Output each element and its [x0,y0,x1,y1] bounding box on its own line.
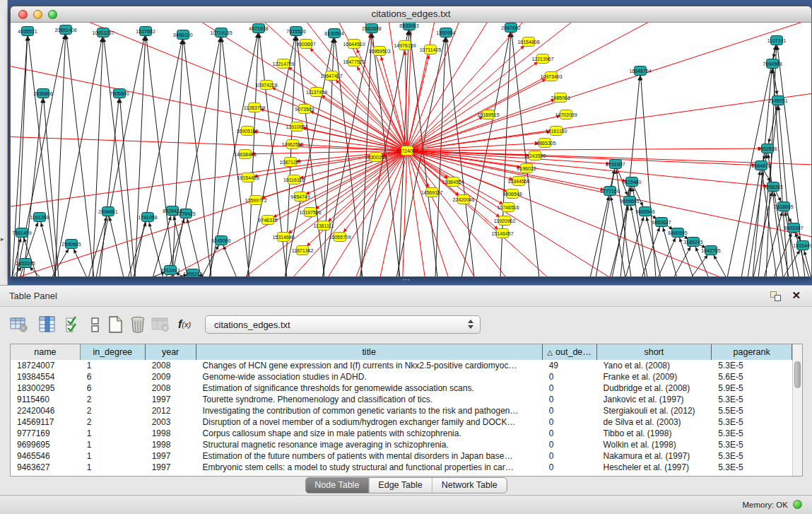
table-cell[interactable]: 0 [543,382,597,394]
table-cell[interactable]: 1998 [146,428,196,439]
delete-table-button-disabled[interactable] [150,314,171,335]
table-cell[interactable]: Corpus callosum shape and size in male p… [196,428,543,439]
table-row[interactable]: 977716911998Corpus callosum shape and si… [11,428,792,439]
table-cell[interactable]: 5.3E-5 [712,428,792,439]
table-cell[interactable]: Structural magnetic resonance image aver… [196,439,543,450]
table-cell[interactable]: 5.3E-5 [712,462,792,473]
table-row[interactable]: 2242004622012Investigating the contribut… [11,405,792,416]
table-cell[interactable]: 6 [81,382,146,394]
table-cell[interactable]: Genome-wide association studies in ADHD. [196,371,543,382]
table-cell[interactable]: 0 [543,394,597,405]
table-cell[interactable]: 19384554 [11,371,81,382]
apply-function-icon[interactable]: f(x) [174,314,195,335]
new-column-button[interactable] [105,314,126,335]
table-cell[interactable]: 1997 [146,450,196,462]
table-cell[interactable]: 49 [543,360,597,371]
table-cell[interactable]: Investigating the contribution of common… [196,405,543,416]
table-cell[interactable]: 5.6E-5 [712,371,792,382]
table-cell[interactable]: 2009 [146,371,196,382]
table-cell[interactable]: 5.3E-5 [712,450,792,462]
table-cell[interactable]: 2 [81,394,146,405]
table-cell[interactable]: 2008 [146,360,196,371]
table-cell[interactable]: 18300295 [11,382,81,394]
table-cell[interactable]: 5.3E-5 [712,439,792,450]
table-cell[interactable]: 1 [81,428,146,439]
table-row[interactable]: 1830029562008Estimation of significance … [11,382,792,394]
table-row[interactable]: 1938455462009Genome-wide association stu… [11,371,792,382]
table-cell[interactable]: 2 [81,416,146,428]
close-panel-icon[interactable]: ✕ [792,289,801,302]
table-cell[interactable]: 18724007 [11,360,81,371]
network-canvas[interactable]: 1872400716477520106474271113745990735091… [11,23,812,277]
table-cell[interactable]: 9699695 [11,439,81,450]
column-header-title[interactable]: title [196,344,543,360]
table-row[interactable]: 1872400712008Changes of HCN gene express… [11,360,792,371]
table-cell[interactable]: 1 [81,439,146,450]
deselect-all-button[interactable] [85,314,106,335]
column-header-name[interactable]: name [11,344,81,360]
table-vertical-scrollbar[interactable] [792,344,802,476]
delete-column-button[interactable] [127,314,148,335]
table-cell[interactable]: 9463627 [11,462,81,473]
table-cell[interactable]: Dudbridge et al. (2008) [597,382,712,394]
table-cell[interactable]: 5.5E-5 [712,405,792,416]
tab-edge-table[interactable]: Edge Table [368,478,431,493]
table-cell[interactable]: Estimation of significance thresholds fo… [196,382,543,394]
table-cell[interactable]: Yano et al. (2008) [597,360,712,371]
panel-resize-grip[interactable]: ⋯ [400,276,413,284]
table-cell[interactable]: Jankovic et al. (1997) [597,394,712,405]
column-header-year[interactable]: year [146,344,196,360]
table-cell[interactable]: Tibbo et al. (1998) [597,428,712,439]
table-cell[interactable]: 5.3E-5 [712,416,792,428]
column-header-outde[interactable]: △out_de… [543,344,597,360]
show-columns-button[interactable] [37,314,58,335]
table-cell[interactable]: 1998 [146,439,196,450]
tab-network-table[interactable]: Network Table [432,478,507,493]
float-panel-icon[interactable] [770,291,781,301]
table-cell[interactable]: Embryonic stem cells: a model to study s… [196,462,543,473]
table-cell[interactable]: Disruption of a novel member of a sodium… [196,416,543,428]
table-cell[interactable]: 0 [543,450,597,462]
table-cell[interactable]: 2008 [146,382,196,394]
table-cell[interactable]: 9115460 [11,394,81,405]
table-cell[interactable]: Changes of HCN gene expression and I(f) … [196,360,543,371]
table-cell[interactable]: 9777169 [11,428,81,439]
table-cell[interactable]: 0 [543,405,597,416]
table-cell[interactable]: 0 [543,416,597,428]
table-cell[interactable]: 14569117 [11,416,81,428]
table-row[interactable]: 1456911722003Disruption of a novel membe… [11,416,792,428]
table-cell[interactable]: 0 [543,462,597,473]
table-cell[interactable]: de Silva et al. (2003) [597,416,712,428]
table-cell[interactable]: 1 [81,450,146,462]
column-header-short[interactable]: short [597,344,712,360]
scrollbar-thumb[interactable] [794,361,801,388]
table-cell[interactable]: Estimation of the future numbers of pati… [196,450,543,462]
table-cell[interactable]: 1 [81,462,146,473]
table-cell[interactable]: Wolkin et al. (1998) [597,439,712,450]
table-cell[interactable]: 2003 [146,416,196,428]
table-cell[interactable]: 1997 [146,462,196,473]
select-all-button[interactable] [62,314,83,335]
column-header-pagerank[interactable]: pagerank [712,344,792,360]
table-cell[interactable]: 0 [543,428,597,439]
table-cell[interactable]: 5.9E-5 [712,382,792,394]
table-cell[interactable]: 0 [543,371,597,382]
table-cell[interactable]: Franke et al. (2009) [597,371,712,382]
table-cell[interactable]: 5.3E-5 [712,394,792,405]
window-titlebar[interactable]: citations_edges.txt [11,6,811,23]
table-row[interactable]: 946362711997Embryonic stem cells: a mode… [11,462,792,473]
table-row[interactable]: 969969511998Structural magnetic resonanc… [11,439,792,450]
table-cell[interactable]: Stergiakouli et al. (2012) [597,405,712,416]
table-selector-dropdown[interactable]: citations_edges.txt [205,315,481,334]
table-row[interactable]: 911546021997Tourette syndrome. Phenomeno… [11,394,792,405]
column-header-indegree[interactable]: in_degree [81,344,146,360]
table-row[interactable]: 946554611997Estimation of the future num… [11,450,792,462]
table-cell[interactable]: Tourette syndrome. Phenomenology and cla… [196,394,543,405]
table-cell[interactable]: 5.3E-5 [712,360,792,371]
tab-node-table[interactable]: Node Table [305,478,368,493]
table-cell[interactable]: 1997 [146,394,196,405]
table-cell[interactable]: Nakamura et al. (1997) [597,450,712,462]
table-cell[interactable]: Hescheler et al. (1997) [597,462,712,473]
table-cell[interactable]: 1 [81,360,146,371]
table-cell[interactable]: 9465546 [11,450,81,462]
